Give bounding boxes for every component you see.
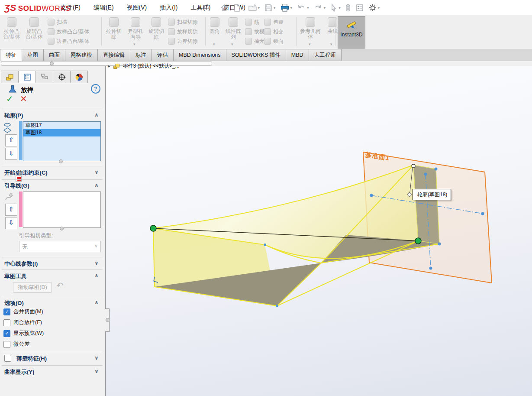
confirm-button[interactable]: ✓ [6,94,13,104]
boundary-cut-button[interactable]: 边界切除 [168,36,198,46]
print-icon[interactable]: ▾ [279,2,294,13]
save-icon[interactable]: ▾ [263,2,277,13]
caret-icon[interactable]: ▾ [378,6,380,10]
extruded-cut-button[interactable]: 拉伸切除 [104,16,124,48]
listbox-resize-grip[interactable] [59,159,63,163]
options-section-header[interactable]: 选项(O) [4,299,24,307]
menu-view[interactable]: 视图(V) [127,4,147,12]
properties-icon[interactable] [354,2,365,13]
help-icon[interactable]: ? [91,84,100,94]
checkbox-checked-icon[interactable]: ✓ [3,308,10,315]
swept-boss-button[interactable]: 扫描 [48,17,67,27]
tab-mesh-modeling[interactable]: 网格建模 [65,49,98,61]
checkbox-unchecked-icon[interactable] [4,355,11,362]
caret-icon[interactable]: ▾ [324,6,326,10]
loft-handle-right[interactable] [415,238,421,244]
guides-listbox[interactable] [23,192,101,228]
chevron-down-icon[interactable]: ∨ [94,368,99,374]
panel-splitter-grip[interactable] [50,62,54,65]
menu-edit[interactable]: 编辑(E) [94,4,114,12]
select-cursor-icon[interactable]: ▾ [329,2,342,13]
tab-engineer[interactable]: 大工程师 [309,49,342,61]
wrap-button[interactable]: 包覆 [264,17,284,27]
loft-preview-body[interactable] [153,165,439,306]
profiles-listbox[interactable]: 草图17 草图18 [23,121,101,161]
checkbox-merge-tangent-faces[interactable]: ✓ 合并切面(M) [3,308,43,315]
tab-annotation[interactable]: 标注 [130,49,152,61]
redo-icon[interactable]: ▾ [312,2,327,13]
tab-property-manager[interactable] [19,71,36,83]
lofted-cut-button[interactable]: 放样切除 [168,27,198,36]
chevron-down-icon[interactable]: ∨ [94,355,99,361]
thin-feature-section-header[interactable]: 薄壁特征(H) [16,355,47,363]
new-document-icon[interactable]: ▾ [232,2,245,13]
cancel-button[interactable]: ✕ [20,94,27,104]
revolved-boss-button[interactable]: 旋转凸台/基体 [23,16,45,48]
draft-button[interactable]: 拔模 [245,27,264,36]
loft-handle-left[interactable] [150,225,156,231]
move-guide-up-button[interactable]: ⇧ [5,204,17,216]
caret-icon[interactable]: ▾ [133,42,135,46]
checkbox-show-preview[interactable]: ✓ 显示预览(W) [3,330,44,337]
caret-icon[interactable]: ▾ [274,6,276,10]
chevron-up-icon[interactable]: ∧ [94,299,99,305]
thin-feature-toggle[interactable] [4,355,11,362]
boundary-boss-button[interactable]: 边界凸台/基体 [48,36,89,46]
home-icon[interactable] [219,2,230,13]
profiles-section-header[interactable]: 轮廓(P) [4,112,23,120]
undo-sketch-icon[interactable]: ↶ [56,280,64,291]
move-profile-up-button[interactable]: ⇧ [5,134,17,146]
caret-icon[interactable]: ▾ [309,42,311,46]
caret-icon[interactable]: ▾ [231,42,233,46]
tree-label[interactable]: 零件3 (默认) <<默认>_... [123,62,180,70]
hole-wizard-button[interactable]: 异型孔向导 [126,16,145,48]
move-guide-down-button[interactable]: ⇩ [5,217,17,229]
linear-pattern-button[interactable]: 线性阵列 [223,16,243,48]
list-item-sketch18[interactable]: 草图18 [23,129,100,136]
tab-solidworks-addins[interactable]: SOLIDWORKS 插件 [226,49,286,61]
tab-mbd-dimensions[interactable]: MBD Dimensions [174,49,226,61]
caret-icon[interactable]: ▾ [339,6,341,10]
centerline-section-header[interactable]: 中心线参数(I) [4,260,38,268]
lofted-boss-button[interactable]: 放样凸台/基体 [48,27,89,36]
chevron-down-icon[interactable]: ∨ [94,169,99,175]
chevron-up-icon[interactable]: ∧ [94,112,99,118]
tab-configuration-manager[interactable] [36,71,53,83]
checkbox-unchecked-icon[interactable] [3,319,10,326]
menu-file[interactable]: 文件(F) [61,4,81,12]
move-profile-down-button[interactable]: ⇩ [5,148,17,160]
graphics-viewport[interactable]: ▸ 零件3 (默认) <<默认>_... 基准面1 轮廓(草图18) [105,66,532,396]
checkbox-close-loft[interactable]: 闭合放样(F) [3,319,42,326]
revolved-cut-button[interactable]: 旋转切除 [146,16,166,48]
constraints-section-header[interactable]: 开始/结束约束(C) [4,169,48,177]
caret-icon[interactable]: ▾ [290,6,293,10]
tab-features[interactable]: 特征 [0,49,22,61]
tab-feature-manager[interactable] [1,71,19,83]
caret-icon[interactable]: ▾ [307,6,309,10]
checkbox-unchecked-icon[interactable] [3,341,10,348]
tab-direct-editing[interactable]: 直接编辑 [98,49,130,61]
guide-curves-section-header[interactable]: 引导线(G) [4,182,29,190]
swept-cut-button[interactable]: 扫描切除 [168,17,198,27]
tab-mbd[interactable]: MBD [286,49,309,61]
tab-appearances[interactable] [71,71,88,83]
menu-insert[interactable]: 插入(I) [160,4,177,12]
caret-icon[interactable]: ▾ [213,42,215,46]
panel-splitter-grip[interactable] [106,318,110,322]
open-icon[interactable]: ▾ [247,2,261,13]
ribbon-scrollbar[interactable] [1,61,212,66]
curvature-section-header[interactable]: 曲率显示(Y) [4,368,34,376]
mirror-button[interactable]: 镜向 [264,36,284,46]
instant3d-button[interactable]: Instant3D [338,16,365,49]
intersect-button[interactable]: 相交 [264,27,284,36]
tab-dimxpert[interactable] [53,71,71,83]
feature-tree-breadcrumb[interactable]: ▸ 零件3 (默认) <<默认>_... [108,62,180,70]
tab-surfaces[interactable]: 曲面 [44,49,65,61]
options-gear-icon[interactable]: ▾ [367,2,381,13]
guide-tangency-dropdown[interactable]: 无 ∨ [19,241,101,252]
rebuild-icon[interactable] [344,2,352,13]
drag-sketch-button[interactable]: 拖动草图(D) [13,282,52,293]
listbox-resize-grip[interactable] [60,227,64,230]
tab-evaluate[interactable]: 评估 [152,49,174,61]
chevron-up-icon[interactable]: ∧ [94,273,99,279]
